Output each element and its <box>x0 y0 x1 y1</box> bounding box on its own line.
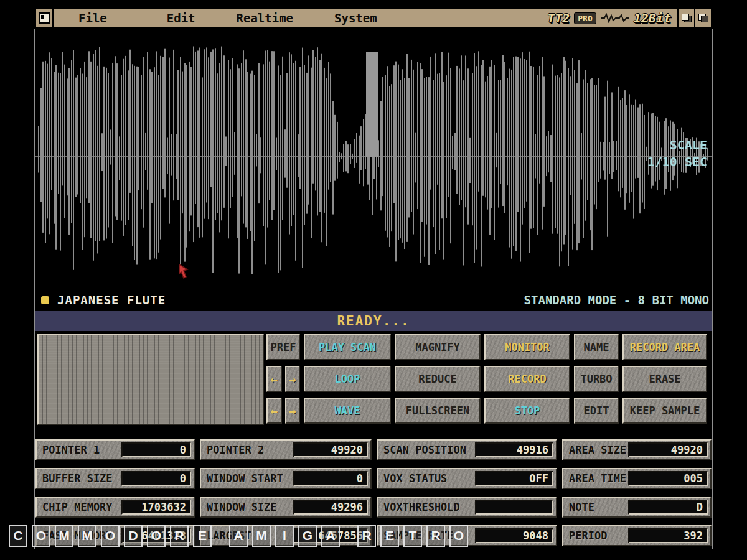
field-note: NOTE D <box>562 497 712 518</box>
erase-button[interactable]: ERASE <box>622 366 707 392</box>
field-label: VOX STATUS <box>383 472 447 485</box>
scroll-arrows-row3: ← → <box>266 398 300 424</box>
zoom-gadget-glyph <box>682 14 692 22</box>
zoom-gadget-icon[interactable] <box>677 9 694 27</box>
field-value: 49296 <box>293 500 368 515</box>
field-label: SCAN POSITION <box>383 444 466 456</box>
field-vox-status: VOX STATUS OFF <box>377 468 557 489</box>
waveform-display[interactable] <box>35 29 712 290</box>
field-label: AREA TIME <box>569 472 626 485</box>
field-pointer-2: POINTER 2 49920 <box>200 439 372 460</box>
close-gadget-icon <box>39 12 50 24</box>
field-value: 392 <box>628 528 708 543</box>
depth-gadget-icon[interactable] <box>694 9 711 27</box>
message-bar: READY... <box>35 310 712 331</box>
record-area-button[interactable]: RECORD AREA <box>622 334 707 360</box>
watermark-letter: D <box>124 525 143 547</box>
logo-tt2-text: TT2 <box>547 11 570 26</box>
arrow-left-button[interactable]: ← <box>266 366 282 392</box>
pref-button[interactable]: PREF <box>266 334 300 360</box>
watermark-letter: C <box>9 525 27 547</box>
sample-name: JAPANESE FLUTE <box>57 293 166 307</box>
menu-file[interactable]: File <box>78 11 107 25</box>
watermark-letter: O <box>449 525 468 547</box>
waveform-panel <box>35 29 712 290</box>
watermark-letter: R <box>170 525 189 547</box>
logo-12bit-text: 12Bit <box>634 11 671 26</box>
field-value: 1703632 <box>121 500 191 515</box>
reduce-button[interactable]: REDUCE <box>395 366 481 392</box>
watermark-letter: E <box>380 525 399 547</box>
watermark-letter: R <box>357 525 376 547</box>
field-window-start: WINDOW START 0 <box>200 468 372 489</box>
watermark-space <box>344 536 353 536</box>
field-pointer-1: POINTER 1 0 <box>35 439 195 460</box>
field-label: PERIOD <box>569 530 607 542</box>
field-window-size: WINDOW SIZE 49296 <box>200 497 372 518</box>
scroll-arrows-row2: ← → <box>266 366 300 392</box>
stop-button[interactable]: STOP <box>484 398 570 424</box>
field-value: 0 <box>121 442 191 457</box>
mode-status: STANDARD MODE - 8 BIT MONO <box>524 293 709 307</box>
menu-edit[interactable]: Edit <box>167 11 195 25</box>
scale-label: SCALE 1/10 SEC <box>616 137 707 170</box>
menu-bar: File Edit Realtime System TT2 PRO 12Bit <box>35 7 712 29</box>
watermark-letter: O <box>147 525 166 547</box>
arrow-right-button-2[interactable]: → <box>285 398 301 424</box>
edit-button[interactable]: EDIT <box>574 398 619 424</box>
menu-realtime[interactable]: Realtime <box>237 11 294 25</box>
turbo-button[interactable]: TURBO <box>574 366 619 392</box>
watermark-letter: I <box>275 525 294 547</box>
field-label: AREA SIZE <box>569 444 626 456</box>
watermark-space <box>216 536 225 536</box>
app-logo: TT2 PRO 12Bit <box>547 11 671 26</box>
watermark: COMMODOREAMIGARETRO <box>9 525 468 547</box>
window-gadget-icon[interactable] <box>36 9 54 27</box>
field-value: OFF <box>475 471 553 486</box>
scale-line-1: SCALE <box>616 137 707 154</box>
field-value: 49920 <box>628 442 708 457</box>
field-value: 005 <box>628 471 708 486</box>
monitor-button[interactable]: MONITOR <box>484 334 570 360</box>
field-period: PERIOD 392 <box>562 525 712 546</box>
name-button[interactable]: NAME <box>574 334 619 360</box>
button-grid: PREF PLAY SCAN MAGNIFY MONITOR NAME RECO… <box>266 334 707 424</box>
sample-indicator-icon <box>41 296 49 304</box>
watermark-letter: M <box>55 525 73 547</box>
field-label: POINTER 2 <box>207 444 264 456</box>
field-label: WINDOW START <box>207 472 283 485</box>
play-scan-button[interactable]: PLAY SCAN <box>304 334 391 360</box>
ready-message: READY... <box>337 314 410 329</box>
status-bar: JAPANESE FLUTE STANDARD MODE - 8 BIT MON… <box>35 290 712 310</box>
field-label: NOTE <box>569 501 594 513</box>
field-label: BUFFER SIZE <box>42 472 113 485</box>
watermark-letter: T <box>403 525 422 547</box>
watermark-letter: A <box>229 525 248 547</box>
watermark-letter: O <box>101 525 120 547</box>
menu-system[interactable]: System <box>334 11 377 25</box>
field-scan-position: SCAN POSITION 49916 <box>377 439 557 460</box>
arrow-left-button-2[interactable]: ← <box>266 398 282 424</box>
watermark-letter: G <box>298 525 317 547</box>
wave-button[interactable]: WAVE <box>304 398 391 424</box>
mouse-pointer-icon <box>178 264 192 281</box>
record-button[interactable]: RECORD <box>484 366 570 392</box>
watermark-letter: E <box>193 525 212 547</box>
arrow-right-button[interactable]: → <box>285 366 301 392</box>
waveform-logo-icon <box>601 13 629 23</box>
field-area-size: AREA SIZE 49920 <box>562 439 712 460</box>
loop-button[interactable]: LOOP <box>304 366 391 392</box>
sample-list-panel[interactable] <box>37 334 264 425</box>
magnify-button[interactable]: MAGNIFY <box>395 334 481 360</box>
logo-pro-badge: PRO <box>574 12 596 24</box>
field-value: 0 <box>121 471 191 486</box>
watermark-letter: M <box>252 525 271 547</box>
field-value <box>475 500 553 515</box>
watermark-letter: A <box>321 525 340 547</box>
field-vox-threshold: VOXTHRESHOLD <box>377 497 557 518</box>
keep-sample-button[interactable]: KEEP SAMPLE <box>622 398 707 424</box>
fullscreen-button[interactable]: FULLSCREEN <box>395 398 481 424</box>
watermark-letter: M <box>78 525 96 547</box>
screen-edge-right <box>712 29 713 549</box>
field-label: POINTER 1 <box>42 444 100 456</box>
